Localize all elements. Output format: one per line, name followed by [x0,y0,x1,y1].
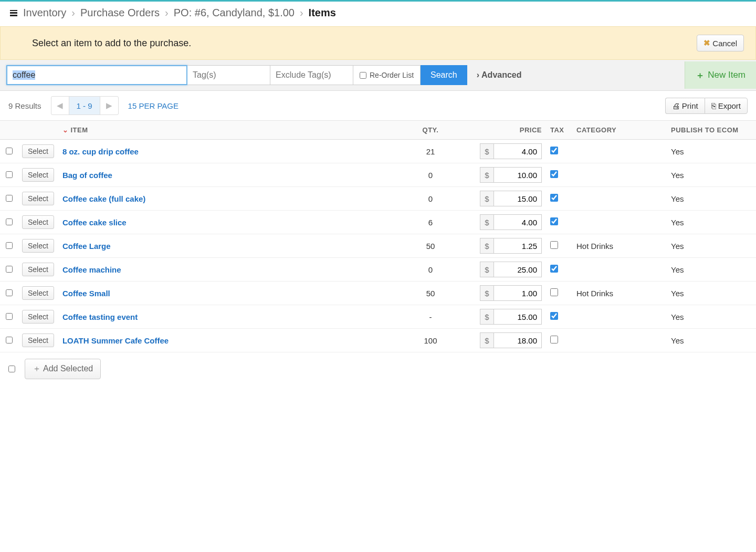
print-button[interactable]: 🖨 Print [665,98,705,114]
pager-next[interactable]: ▶ [100,97,118,114]
category-cell [572,187,667,211]
tax-checkbox[interactable] [550,147,558,154]
exclude-tags-input[interactable] [270,65,353,85]
tax-checkbox[interactable] [550,288,558,296]
table-row: SelectCoffee Large50$Hot DrinksYes [0,234,756,258]
reorder-label: Re-Order List [370,71,414,79]
price-input[interactable] [494,191,542,206]
advanced-toggle[interactable]: › Advanced [467,70,531,80]
row-checkbox[interactable] [6,148,13,154]
select-button[interactable]: Select [22,144,54,158]
price-input[interactable] [494,214,542,230]
cancel-button[interactable]: ✖Cancel [697,35,744,51]
price-input[interactable] [494,262,542,277]
currency-prefix: $ [480,143,494,159]
tags-input[interactable] [187,65,270,85]
item-link[interactable]: Coffee cake slice [62,218,127,227]
search-input[interactable] [6,65,187,85]
price-input[interactable] [494,143,542,159]
row-checkbox[interactable] [6,289,13,296]
row-checkbox[interactable] [6,337,13,343]
select-all-footer-checkbox[interactable] [8,366,15,372]
select-button[interactable]: Select [22,263,54,276]
select-button[interactable]: Select [22,334,54,347]
select-button[interactable]: Select [22,168,54,182]
breadcrumb-inventory[interactable]: Inventory [23,7,66,19]
price-input[interactable] [494,285,542,301]
tax-checkbox[interactable] [550,265,558,273]
item-link[interactable]: Coffee machine [62,265,121,274]
row-checkbox[interactable] [6,195,13,202]
category-cell [572,140,667,163]
item-link[interactable]: Coffee Small [62,289,110,298]
tax-checkbox[interactable] [550,170,558,178]
tax-checkbox[interactable] [550,336,558,343]
price-input[interactable] [494,309,542,325]
col-header-tax[interactable]: TAX [546,121,572,140]
add-selected-button[interactable]: ＋Add Selected [25,359,101,379]
reorder-checkbox[interactable] [360,72,366,79]
print-label: Print [682,101,698,110]
breadcrumb-po-detail[interactable]: PO: #6, Candyland, $1.00 [174,7,295,19]
breadcrumb-purchase-orders[interactable]: Purchase Orders [80,7,160,19]
search-button[interactable]: Search [421,65,467,85]
tax-checkbox[interactable] [550,217,558,225]
items-table: ⌄ITEM QTY. PRICE TAX CATEGORY PUBLISH TO… [0,121,756,352]
row-checkbox[interactable] [6,218,13,225]
chevron-right-icon: › [300,7,303,19]
category-cell [572,211,667,234]
qty-cell: 6 [399,211,462,234]
price-input[interactable] [494,238,542,254]
price-input[interactable] [494,332,542,348]
currency-prefix: $ [480,285,494,301]
export-button[interactable]: ⎘ Export [705,98,748,114]
item-link[interactable]: LOATH Summer Cafe Coffee [62,336,169,345]
ecom-cell: Yes [667,258,756,282]
select-button[interactable]: Select [22,192,54,205]
item-link[interactable]: Bag of coffee [62,171,112,180]
results-bar: 9 Results ◀ 1 - 9 ▶ 15 PER PAGE 🖨 Print … [0,91,756,121]
close-icon: ✖ [704,38,710,48]
currency-prefix: $ [480,262,494,277]
select-button[interactable]: Select [22,239,54,253]
row-checkbox[interactable] [6,313,13,320]
select-button[interactable]: Select [22,310,54,324]
col-header-ecom[interactable]: PUBLISH TO ECOM [667,121,756,140]
row-checkbox[interactable] [6,266,13,273]
pager-prev[interactable]: ◀ [51,97,69,114]
qty-cell: 21 [399,140,462,163]
reorder-list-toggle[interactable]: Re-Order List [353,65,421,85]
col-header-price[interactable]: PRICE [462,121,546,140]
item-link[interactable]: Coffee cake (full cake) [62,194,145,203]
new-item-button[interactable]: ＋New Item [685,61,756,89]
item-link[interactable]: Coffee tasting event [62,313,138,321]
price-input[interactable] [494,167,542,183]
ecom-cell: Yes [667,211,756,234]
row-checkbox[interactable] [6,171,13,178]
col-header-qty[interactable]: QTY. [399,121,462,140]
pager: ◀ 1 - 9 ▶ [51,96,119,115]
new-item-label: New Item [708,70,746,80]
footer-bar: ＋Add Selected [0,352,756,386]
col-header-category[interactable]: CATEGORY [572,121,667,140]
category-cell [572,163,667,187]
ecom-cell: Yes [667,187,756,211]
tax-checkbox[interactable] [550,312,558,320]
currency-prefix: $ [480,309,494,325]
row-checkbox[interactable] [6,242,13,249]
select-button[interactable]: Select [22,286,54,300]
pager-range[interactable]: 1 - 9 [69,97,100,114]
select-button[interactable]: Select [22,215,54,229]
table-row: SelectCoffee cake slice6$Yes [0,211,756,234]
tax-checkbox[interactable] [550,241,558,249]
item-link[interactable]: 8 oz. cup drip coffee [62,147,139,156]
item-link[interactable]: Coffee Large [62,242,111,251]
info-banner: Select an item to add to the purchase. ✖… [0,26,756,60]
per-page-toggle[interactable]: 15 PER PAGE [128,101,178,110]
col-header-item[interactable]: ⌄ITEM [58,121,399,140]
results-count: 9 Results [8,101,41,110]
tax-checkbox[interactable] [550,194,558,202]
search-bar: Re-Order List Search › Advanced ＋New Ite… [0,60,756,91]
ecom-cell: Yes [667,140,756,163]
currency-prefix: $ [480,191,494,206]
